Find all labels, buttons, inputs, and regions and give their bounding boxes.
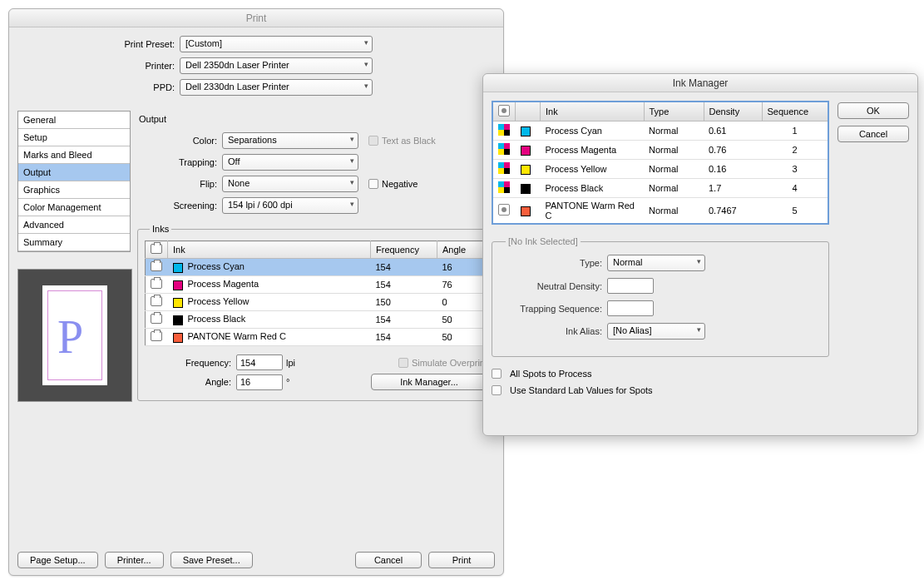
text-as-black-label: Text as Black xyxy=(382,136,436,146)
inks-header-ink[interactable]: Ink xyxy=(168,241,371,259)
color-select[interactable]: Separations xyxy=(222,132,358,149)
print-preset-select[interactable]: [Custom] xyxy=(180,36,373,52)
ink-swatch xyxy=(521,165,531,175)
ppd-label: PPD: xyxy=(9,82,180,92)
sidebar-item-setup[interactable]: Setup xyxy=(18,129,130,146)
printer-label: Printer: xyxy=(9,61,180,71)
ink-manager-table[interactable]: Ink Type Density Sequence Process CyanNo… xyxy=(492,101,829,225)
ink-manager-dialog: Ink Manager Ink Type Density Sequence Pr… xyxy=(482,73,918,436)
lab-values-checkbox[interactable] xyxy=(492,385,502,395)
all-spots-label: All Spots to Process xyxy=(510,369,591,379)
screening-select[interactable]: 154 lpi / 600 dpi xyxy=(222,197,358,214)
ink-row[interactable]: Process Magenta15476 xyxy=(146,276,487,294)
ink-swatch xyxy=(521,206,531,216)
negative-label: Negative xyxy=(382,179,418,189)
section-title-output: Output xyxy=(137,111,495,132)
color-label: Color: xyxy=(137,136,222,146)
process-ink-icon xyxy=(498,162,510,174)
ink-manager-row[interactable]: Process YellowNormal0.163 xyxy=(492,160,828,179)
ink-manager-ok-button[interactable]: OK xyxy=(838,102,909,119)
neutral-density-input[interactable] xyxy=(607,278,654,294)
ink-row[interactable]: Process Cyan15416 xyxy=(146,259,487,276)
angle-unit: ° xyxy=(283,377,298,387)
output-panel: Output Color: Separations Text as Black … xyxy=(132,111,495,402)
sidebar-item-graphics[interactable]: Graphics xyxy=(18,181,130,199)
sidebar-item-summary[interactable]: Summary xyxy=(18,234,130,251)
page-preview: P xyxy=(17,269,132,402)
negative-checkbox[interactable] xyxy=(368,179,378,189)
inks-fieldset: Inks Ink Frequency Angle Process Cyan154… xyxy=(137,224,495,401)
frequency-unit: lpi xyxy=(283,358,304,368)
ink-type-select[interactable]: Normal xyxy=(607,255,705,271)
process-ink-icon xyxy=(498,143,510,155)
ink-manager-row[interactable]: Process CyanNormal0.611 xyxy=(492,121,828,141)
printer-select[interactable]: Dell 2350dn Laser Printer xyxy=(180,57,373,74)
flip-label: Flip: xyxy=(137,179,222,189)
ink-row[interactable]: Process Yellow1500 xyxy=(146,294,487,311)
printer-icon[interactable] xyxy=(151,279,162,289)
trapping-label: Trapping: xyxy=(137,157,222,167)
printer-icon[interactable] xyxy=(151,261,162,271)
ink-swatch xyxy=(173,280,183,290)
trapping-sequence-input[interactable] xyxy=(607,300,654,316)
ink-details-legend: [No Ink Selected] xyxy=(506,236,581,246)
printer-icon[interactable] xyxy=(151,331,162,341)
printer-icon[interactable] xyxy=(151,296,162,306)
ink-swatch xyxy=(521,184,531,194)
page-setup-button[interactable]: Page Setup... xyxy=(17,552,98,568)
ink-header-ink[interactable]: Ink xyxy=(541,102,645,121)
ink-header-type[interactable]: Type xyxy=(644,102,704,121)
inks-header-frequency[interactable]: Frequency xyxy=(371,241,437,259)
ink-alias-label: Ink Alias: xyxy=(501,326,607,336)
simulate-overprint-checkbox xyxy=(398,358,408,368)
print-button[interactable]: Print xyxy=(428,552,495,568)
ink-alias-select[interactable]: [No Alias] xyxy=(607,323,705,340)
ink-header-density[interactable]: Density xyxy=(704,102,762,121)
frequency-label: Frequency: xyxy=(145,358,236,368)
frequency-input[interactable] xyxy=(236,354,283,370)
sidebar-item-output[interactable]: Output xyxy=(18,164,130,181)
preview-letter-p: P xyxy=(57,310,83,364)
ink-header-sequence[interactable]: Sequence xyxy=(762,102,828,121)
ink-row[interactable]: PANTONE Warm Red C15450 xyxy=(146,329,487,346)
printer-button[interactable]: Printer... xyxy=(105,552,164,568)
simulate-overprint-label: Simulate Overprint xyxy=(412,358,487,368)
print-bottom-bar: Page Setup... Printer... Save Preset... … xyxy=(9,552,503,568)
ink-manager-row[interactable]: Process BlackNormal1.74 xyxy=(492,179,828,198)
process-ink-icon xyxy=(498,124,510,136)
ink-swatch xyxy=(173,263,183,273)
print-cancel-button[interactable]: Cancel xyxy=(355,552,422,568)
ink-manager-row[interactable]: PANTONE Warm Red CNormal0.74675 xyxy=(492,198,828,225)
screening-label: Screening: xyxy=(137,201,222,211)
print-left-column: GeneralSetupMarks and BleedOutputGraphic… xyxy=(17,111,132,402)
printer-icon[interactable] xyxy=(151,314,162,324)
spot-ink-icon xyxy=(498,204,510,216)
sidebar-item-general[interactable]: General xyxy=(18,112,130,129)
inks-table[interactable]: Ink Frequency Angle Process Cyan15416Pro… xyxy=(145,240,487,346)
sidebar-item-marks-and-bleed[interactable]: Marks and Bleed xyxy=(18,146,130,164)
neutral-density-label: Neutral Density: xyxy=(501,281,607,291)
save-preset-button[interactable]: Save Preset... xyxy=(170,552,253,568)
lab-values-label: Use Standard Lab Values for Spots xyxy=(510,385,653,395)
ink-manager-row[interactable]: Process MagentaNormal0.762 xyxy=(492,141,828,160)
ink-swatch xyxy=(173,333,183,343)
flip-select[interactable]: None xyxy=(222,176,358,192)
inks-header-angle[interactable]: Angle xyxy=(437,241,487,259)
printer-icon xyxy=(151,244,162,254)
text-as-black-checkbox xyxy=(368,136,378,146)
ink-manager-button[interactable]: Ink Manager... xyxy=(371,374,487,390)
ink-manager-cancel-button[interactable]: Cancel xyxy=(838,126,909,142)
ink-type-label: Type: xyxy=(501,258,607,268)
ink-header-type-icon[interactable] xyxy=(492,102,516,121)
angle-input[interactable] xyxy=(236,374,283,390)
print-dialog-title: Print xyxy=(9,9,503,27)
ink-manager-title: Ink Manager xyxy=(483,74,917,92)
ppd-select[interactable]: Dell 2330dn Laser Printer xyxy=(180,79,373,96)
sidebar-item-color-management[interactable]: Color Management xyxy=(18,199,130,216)
ink-swatch xyxy=(521,146,531,156)
sidebar-item-advanced[interactable]: Advanced xyxy=(18,216,130,234)
ink-row[interactable]: Process Black15450 xyxy=(146,311,487,329)
print-preset-label: Print Preset: xyxy=(9,39,180,49)
trapping-select[interactable]: Off xyxy=(222,154,358,171)
all-spots-checkbox[interactable] xyxy=(492,369,502,379)
